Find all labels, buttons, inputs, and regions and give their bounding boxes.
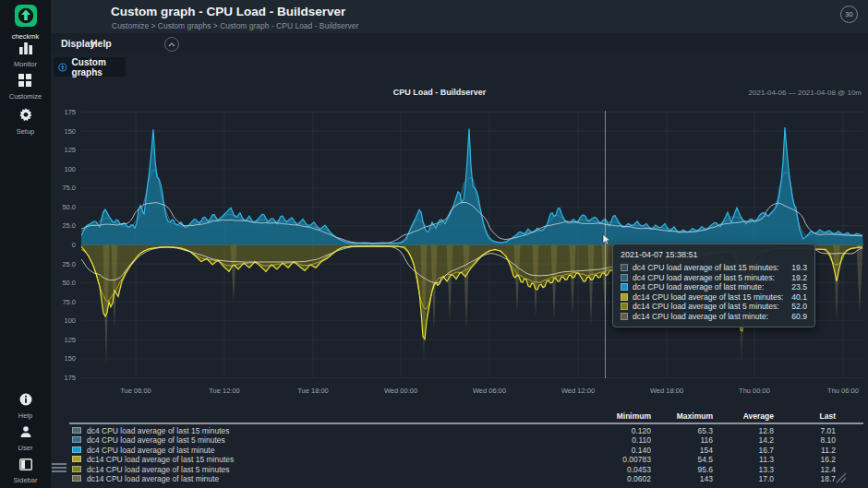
- legend-column-header: Average: [709, 411, 774, 421]
- context-button-custom-graphs[interactable]: Custom graphs: [54, 57, 126, 77]
- tooltip-metric-label: dc4 CPU load average of last 15 minutes:: [633, 263, 791, 272]
- legend-stat-value: 8.10: [771, 435, 836, 445]
- y-tick-label: 25.0: [48, 221, 76, 230]
- legend-stat-value: 95.6: [648, 465, 713, 474]
- checkmk-wordmark: checkmk: [0, 32, 51, 41]
- sidebar-item-label: Setup: [0, 127, 51, 136]
- sidebar-item-setup[interactable]: Setup: [0, 108, 51, 136]
- context-button-label: Custom graphs: [72, 57, 126, 77]
- checkmk-app: checkmk MonitorCustomizeSetup HelpUserSi…: [0, 0, 868, 488]
- legend-stat-value: 0.140: [586, 446, 651, 455]
- sidebar-item-label: Customize: [0, 92, 51, 101]
- tooltip-metric-label: dc14 CPU load average of last 5 minutes:: [633, 302, 791, 311]
- legend-stat-value: 11.3: [709, 455, 774, 464]
- y-tick-label: 175: [48, 108, 76, 116]
- series-swatch: [621, 264, 628, 271]
- legend-stat-value: 0.0602: [586, 474, 651, 483]
- legend-metric-name: dc14 CPU load average of last 15 minutes: [87, 455, 234, 464]
- grid-icon: [18, 74, 32, 89]
- tooltip-row: dc14 CPU load average of last 5 minutes:…: [621, 302, 807, 312]
- x-tick-label: Tue 12:00: [197, 387, 252, 395]
- y-tick-label: 50.0: [48, 279, 76, 287]
- legend-stat-value: 11.2: [771, 446, 836, 455]
- sidebar-item-label: Help: [0, 411, 51, 420]
- x-tick-label: Thu 06:00: [815, 387, 868, 395]
- tooltip-metric-value: 40.1: [791, 292, 807, 302]
- tooltip-timestamp: 2021-04-07 15:38:51: [621, 250, 807, 259]
- tooltip-metric-value: 23.5: [791, 282, 807, 292]
- legend-swatch: [72, 436, 81, 443]
- legend-stat-value: 0.120: [586, 426, 651, 435]
- legend-stat-value: 0.0453: [586, 465, 651, 474]
- x-tick-label: Thu 00:00: [727, 387, 782, 395]
- series-swatch: [621, 313, 628, 320]
- legend-stat-value: 0.110: [586, 435, 651, 445]
- legend-separator: [69, 423, 863, 424]
- mouse-cursor: [602, 233, 611, 245]
- legend-stat-value: 154: [648, 446, 713, 455]
- sidebar-item-label: Monitor: [0, 60, 51, 68]
- y-tick-label: 125: [48, 146, 76, 154]
- y-tick-label: 150: [48, 127, 76, 136]
- sidebar-item-sidebar[interactable]: Sidebar: [0, 458, 51, 484]
- series-swatch: [621, 303, 628, 310]
- sidebar-item-label: User: [0, 444, 51, 452]
- tooltip-metric-value: 52.0: [791, 302, 807, 311]
- chevron-up-icon: [168, 42, 175, 47]
- legend-stat-value: 16.2: [771, 455, 836, 464]
- tooltip-row: dc4 CPU load average of last 5 minutes:1…: [621, 273, 807, 283]
- checkmk-logo[interactable]: checkmk: [0, 5, 51, 41]
- x-tick-label: Tue 18:00: [285, 387, 341, 395]
- sidebar-item-user[interactable]: User: [0, 425, 51, 452]
- tooltip-metric-label: dc4 CPU load average of last minute:: [633, 282, 791, 292]
- y-tick-label: 125: [48, 336, 76, 344]
- resize-handle-icon[interactable]: [834, 470, 847, 483]
- legend-column-header: Minimum: [586, 411, 651, 421]
- custom-graph-icon: [58, 62, 67, 73]
- graph-tooltip: 2021-04-07 15:38:51 dc4 CPU load average…: [612, 244, 815, 327]
- legend-stat-value: 54.5: [648, 455, 713, 464]
- sidebar-item-help[interactable]: Help: [0, 393, 51, 420]
- tooltip-metric-value: 19.3: [791, 263, 807, 272]
- tooltip-row: dc14 CPU load average of last minute:60.…: [621, 312, 807, 322]
- page-header: Custom graph - CPU Load - Buildserver Cu…: [51, 0, 868, 33]
- refresh-interval-badge[interactable]: 30: [840, 6, 858, 23]
- menu-collapse-button[interactable]: [164, 37, 179, 52]
- drag-handle-icon[interactable]: [52, 463, 66, 475]
- legend-stat-value: 65.3: [648, 426, 713, 435]
- menu-help[interactable]: Help: [90, 38, 112, 49]
- series-dc4_last_min-area: [81, 127, 863, 245]
- tooltip-metric-value: 19.2: [791, 273, 807, 282]
- sidebar-item-monitor[interactable]: Monitor: [0, 42, 51, 68]
- graph-time-range: 2021-04-06 — 2021-04-08 @ 10m: [631, 89, 862, 97]
- legend-stat-value: 17.0: [709, 474, 774, 483]
- y-tick-label: 0: [48, 241, 76, 249]
- legend-stat-value: 13.3: [709, 465, 774, 474]
- y-tick-label: 75.0: [48, 298, 76, 306]
- legend-swatch: [72, 466, 81, 472]
- y-tick-label: 100: [48, 316, 76, 325]
- legend-stat-value: 143: [648, 474, 713, 483]
- info-icon: [19, 393, 32, 409]
- legend-stat-value: 12.8: [709, 426, 774, 435]
- series-shadow-spike: [857, 245, 863, 314]
- tooltip-metric-label: dc14 CPU load average of last minute:: [633, 312, 791, 321]
- legend-swatch: [72, 446, 81, 453]
- legend-swatch: [72, 475, 81, 482]
- legend-stat-value: 7.01: [771, 426, 836, 435]
- legend-column-header: Maximum: [648, 411, 713, 421]
- tooltip-row: dc14 CPU load average of last 15 minutes…: [621, 292, 807, 303]
- legend-swatch: [72, 456, 81, 462]
- y-tick-label: 25.0: [48, 260, 76, 268]
- y-tick-label: 50.0: [48, 203, 76, 211]
- x-tick-label: Wed 18:00: [639, 387, 694, 395]
- legend-metric-name: dc4 CPU load average of last 5 minutes: [87, 435, 225, 445]
- tooltip-metric-label: dc4 CPU load average of last 5 minutes:: [633, 273, 791, 282]
- sidebar-item-customize[interactable]: Customize: [0, 74, 51, 101]
- graph-title: CPU Load - Buildserver: [347, 88, 532, 97]
- gear-icon: [18, 109, 33, 125]
- checkmk-logo-icon: [15, 5, 37, 27]
- page-title: Custom graph - CPU Load - Buildserver: [111, 5, 345, 18]
- y-tick-label: 75.0: [48, 184, 76, 192]
- y-tick-label: 100: [48, 165, 76, 173]
